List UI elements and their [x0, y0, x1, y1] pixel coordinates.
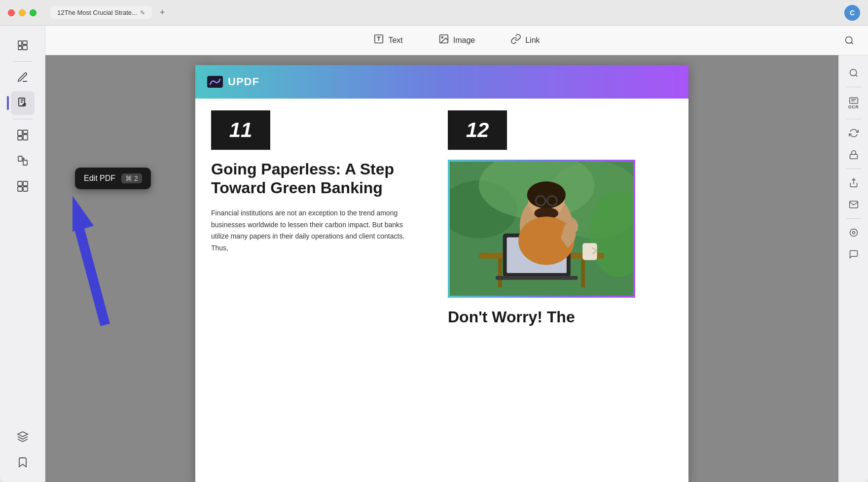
ocr-label: OCR	[848, 104, 859, 109]
toolbar-search[interactable]	[838, 33, 860, 48]
maximize-button[interactable]	[30, 9, 36, 16]
sidebar-item-convert[interactable]	[11, 149, 35, 172]
toolbar-link[interactable]: Link	[505, 31, 545, 50]
svg-rect-5	[18, 130, 22, 136]
svg-point-18	[846, 36, 852, 43]
toolbar-right	[838, 33, 860, 48]
image-icon	[438, 34, 449, 47]
text-icon	[373, 34, 384, 47]
section-11-title: Going Paperless: A Step Toward Green Ban…	[211, 160, 416, 198]
traffic-lights	[8, 9, 36, 16]
tooltip-shortcut: ⌘ 2	[121, 173, 142, 183]
app-window: 12The Most Crucial Strate... ✎ + C	[0, 0, 868, 482]
svg-point-33	[527, 181, 566, 208]
svg-rect-12	[23, 181, 28, 186]
section-11-body: Financial institutions are not an except…	[211, 207, 416, 254]
svg-rect-11	[18, 181, 22, 186]
app-body: Text Image	[0, 26, 868, 482]
updf-logo: UPDF	[207, 75, 259, 88]
sidebar-item-batch[interactable]	[11, 174, 35, 198]
sidebar-item-layers[interactable]	[11, 425, 35, 448]
minimize-button[interactable]	[19, 9, 26, 16]
svg-rect-10	[23, 160, 27, 165]
rs-divider-3	[846, 169, 861, 169]
toolbar-image[interactable]: Image	[433, 31, 481, 50]
svg-point-41	[850, 69, 856, 76]
pdf-header: UPDF	[195, 65, 688, 99]
svg-rect-6	[23, 130, 28, 134]
svg-rect-2	[23, 41, 27, 44]
toolbar-image-label: Image	[453, 36, 475, 45]
tooltip-label: Edit PDF	[84, 174, 115, 183]
pdf-content-area: UPDF 11 Going Paperless: A Step Toward G…	[45, 55, 838, 482]
svg-rect-42	[849, 98, 858, 103]
svg-point-17	[441, 36, 443, 38]
svg-point-45	[850, 229, 857, 237]
section-12-partial-title: Don't Worry! The	[448, 308, 653, 326]
rs-share[interactable]	[844, 173, 864, 193]
tab-area: 12The Most Crucial Strate... ✎ +	[50, 6, 169, 19]
avatar[interactable]: C	[844, 5, 860, 21]
tab-label: 12The Most Crucial Strate...	[57, 9, 137, 16]
left-sidebar	[0, 26, 45, 482]
rs-divider-4	[846, 218, 861, 219]
sidebar-item-pages[interactable]	[11, 34, 35, 57]
edit-pdf-tooltip: Edit PDF ⌘ 2	[75, 168, 151, 189]
right-sidebar: OCR	[838, 55, 868, 482]
close-button[interactable]	[8, 9, 15, 16]
svg-rect-43	[850, 154, 857, 159]
titlebar: 12The Most Crucial Strate... ✎ + C	[0, 0, 868, 26]
tab-edit-icon[interactable]: ✎	[140, 9, 145, 16]
sidebar-item-edit-pdf[interactable]	[11, 91, 35, 115]
svg-rect-8	[23, 135, 28, 140]
pdf-col-left: 11 Going Paperless: A Step Toward Green …	[195, 99, 432, 338]
pdf-image	[450, 162, 633, 296]
svg-rect-25	[498, 259, 502, 288]
svg-rect-3	[23, 45, 27, 50]
toolbar-text[interactable]: Text	[367, 31, 408, 50]
rs-protect[interactable]	[844, 145, 864, 165]
rs-divider-1	[846, 87, 861, 87]
sidebar-item-bookmark[interactable]	[11, 450, 35, 474]
svg-rect-1	[18, 46, 22, 50]
svg-rect-14	[23, 187, 28, 191]
sidebar-divider-1	[13, 61, 33, 62]
updf-logo-text: UPDF	[228, 75, 259, 88]
toolbar-link-label: Link	[525, 36, 540, 45]
pdf-col-right: 12	[432, 99, 669, 338]
svg-marker-40	[72, 189, 119, 329]
toolbar-text-label: Text	[388, 36, 402, 45]
sidebar-item-annotate[interactable]	[11, 66, 35, 89]
svg-rect-7	[18, 137, 22, 140]
toolbar: Text Image	[45, 26, 868, 55]
section-11-number: 11	[211, 110, 270, 150]
active-tab[interactable]: 12The Most Crucial Strate... ✎	[50, 6, 152, 19]
svg-rect-9	[18, 156, 22, 161]
sidebar-bottom	[11, 425, 35, 474]
shortcut-number: 2	[134, 174, 138, 182]
rs-snapshot[interactable]	[844, 223, 864, 242]
rs-convert[interactable]	[844, 123, 864, 143]
pdf-page: UPDF 11 Going Paperless: A Step Toward G…	[195, 65, 688, 482]
rs-divider-2	[846, 119, 861, 119]
rs-comment[interactable]	[844, 244, 864, 264]
new-tab-button[interactable]: +	[156, 6, 169, 19]
svg-point-46	[852, 232, 855, 234]
svg-rect-29	[496, 276, 578, 280]
rs-email[interactable]	[844, 195, 864, 214]
pdf-image-frame	[448, 160, 635, 298]
svg-rect-26	[581, 259, 585, 288]
rs-search[interactable]	[844, 63, 864, 83]
svg-rect-0	[18, 41, 22, 45]
pdf-columns: 11 Going Paperless: A Step Toward Green …	[195, 99, 688, 338]
shortcut-symbol: ⌘	[125, 174, 132, 182]
arrow-graphic	[72, 189, 181, 367]
sidebar-item-organize[interactable]	[11, 123, 35, 147]
section-12-number: 12	[448, 110, 507, 150]
svg-rect-13	[18, 187, 22, 191]
link-icon	[510, 34, 521, 47]
updf-logo-icon	[207, 76, 223, 88]
active-indicator	[7, 96, 9, 110]
rs-ocr[interactable]: OCR	[844, 91, 864, 115]
sidebar-divider-2	[13, 119, 33, 119]
